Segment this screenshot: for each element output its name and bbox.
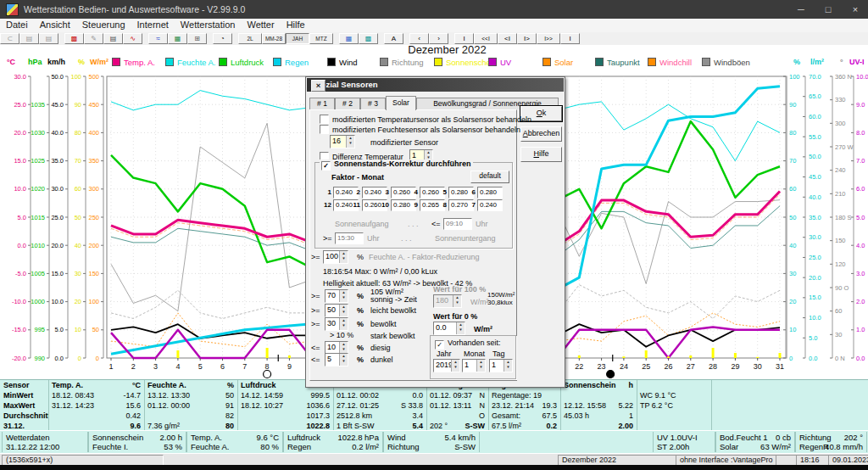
wert100-stepper[interactable]: 180▲▼ xyxy=(433,294,462,308)
table-cell: 18.12. 08:43-14.7 xyxy=(48,390,145,400)
tab--1[interactable]: # 1 xyxy=(309,98,335,109)
svg-text:210: 210 xyxy=(835,190,846,198)
table-cell: 01.12. 00:020.0 xyxy=(333,390,427,400)
menu-item-wetter[interactable]: Wetter xyxy=(241,19,280,32)
tag-stepper[interactable]: 1▲▼ xyxy=(489,359,513,372)
svg-text:23: 23 xyxy=(598,362,606,371)
menu-item-hilfe[interactable]: Hilfe xyxy=(281,19,311,32)
svg-text:-15.0: -15.0 xyxy=(12,326,26,333)
hilfe-button[interactable]: Hilfe xyxy=(520,147,562,162)
stepper-arrows-icon[interactable]: ▲▼ xyxy=(476,360,485,372)
status-segment: Richtung202 °RegenR40.8 mm/h xyxy=(795,432,867,452)
svg-text:100: 100 xyxy=(789,73,800,81)
monat-stepper[interactable]: 1▲▼ xyxy=(462,359,486,372)
svg-text:0: 0 xyxy=(96,355,99,362)
menu-item-wetterstation[interactable]: Wetterstation xyxy=(175,19,242,32)
cell-value: 5.22 xyxy=(618,401,633,410)
le-label: <= xyxy=(431,220,441,228)
temp-as-solar-checkbox[interactable] xyxy=(320,115,329,124)
checkbox-row-temp-as-solar: modifizierten Temperatursensor als Solar… xyxy=(320,115,531,124)
hum-as-solar-checkbox[interactable] xyxy=(320,125,329,134)
stepper-arrows-icon[interactable]: ▲▼ xyxy=(339,290,348,302)
factor-month-field[interactable]: 0.280 xyxy=(477,187,503,199)
svg-text:10.0: 10.0 xyxy=(856,73,868,81)
svg-text:22: 22 xyxy=(575,362,583,371)
maximize-button[interactable]: □ xyxy=(815,0,841,19)
save-button[interactable]: ▤ xyxy=(19,33,39,44)
minimize-button[interactable]: ─ xyxy=(788,0,814,19)
exit-button[interactable]: ⊂ xyxy=(0,33,19,44)
sunrise-time-field[interactable]: 09:10 xyxy=(443,218,472,230)
stepper-arrows-icon[interactable]: ▲▼ xyxy=(339,305,348,316)
dialog-title-bar[interactable]: Spezial Sensoren × xyxy=(307,78,564,92)
default-button[interactable]: default xyxy=(470,171,509,183)
wm2-label-1: W/m² xyxy=(470,298,489,306)
stepper-arrows-icon[interactable]: ▲▼ xyxy=(504,360,512,372)
threshold-desc-2: sonnig -> Zeit xyxy=(370,295,417,304)
factor-month-number: 12 xyxy=(321,201,331,209)
cell-text: 18.12. 08:43 xyxy=(52,391,94,400)
hum-reduction-stepper[interactable]: 100▲▼ xyxy=(323,250,348,264)
dialog-close-icon[interactable]: × xyxy=(311,80,326,92)
title-bar: Wetterstation Bedien- und Auswertesoftwa… xyxy=(0,0,868,19)
sunset-time-field[interactable]: 15:30 xyxy=(335,232,364,244)
close-button[interactable]: × xyxy=(843,0,868,19)
stepper-arrows-icon[interactable]: ▲▼ xyxy=(451,360,459,372)
threshold-stepper[interactable]: 70▲▼ xyxy=(325,289,348,303)
edit-button[interactable]: ✎ xyxy=(84,33,103,44)
tab--2[interactable]: # 2 xyxy=(335,98,360,109)
svg-text:0.0: 0.0 xyxy=(55,355,64,362)
svg-text:25.0: 25.0 xyxy=(809,254,821,261)
tab-solar[interactable]: Solar xyxy=(386,96,416,110)
factor-month-field[interactable]: 0.240 xyxy=(477,199,503,211)
status-segment: Sonnenschein2.00 hFeuchte I.53 % xyxy=(88,432,186,452)
menu-item-steuerung[interactable]: Steuerung xyxy=(76,19,131,32)
vorhanden-checkbox[interactable]: ✓ xyxy=(435,340,444,350)
cell-value: S-SW xyxy=(465,422,486,430)
menu-item-datei[interactable]: Datei xyxy=(0,19,34,32)
factor-month-number: 8 xyxy=(437,201,447,209)
stepper-arrows-icon[interactable]: ▲▼ xyxy=(456,322,465,334)
tab--3[interactable]: # 3 xyxy=(360,98,386,109)
svg-text:15.0: 15.0 xyxy=(14,157,26,165)
status-line: ST 2.00h xyxy=(657,442,711,452)
menu-item-ansicht[interactable]: Ansicht xyxy=(34,19,76,32)
cell-value: 3.4 xyxy=(412,411,423,420)
jahr-stepper[interactable]: 2019▲▼ xyxy=(433,359,460,372)
stepper-arrows-icon[interactable]: ▲▼ xyxy=(339,342,348,354)
svg-text:250: 250 xyxy=(88,214,99,221)
threshold-stepper[interactable]: 30▲▼ xyxy=(325,317,348,331)
wert0-stepper[interactable]: 0.0▲▼ xyxy=(433,322,465,335)
save-as-button[interactable]: ▤ xyxy=(39,33,58,44)
svg-text:40.0: 40.0 xyxy=(809,193,821,201)
threshold-stepper[interactable]: 50▲▼ xyxy=(325,304,348,317)
svg-text:70: 70 xyxy=(789,157,796,165)
menu-item-internet[interactable]: Internet xyxy=(131,19,175,32)
stepper-arrows-icon[interactable]: ▲▼ xyxy=(339,354,348,366)
status-value: 63 W/m² xyxy=(760,442,791,451)
svg-text:-20.0: -20.0 xyxy=(12,355,26,362)
stepper-arrows-icon[interactable]: ▲▼ xyxy=(339,251,348,263)
monat-label: Monat xyxy=(464,350,485,358)
cell-value: h xyxy=(629,381,634,389)
threshold-stepper[interactable]: 5▲▼ xyxy=(325,353,348,366)
ge-label-1: >= xyxy=(323,234,332,243)
cell-text: Regentage: 19 xyxy=(492,391,542,400)
mod-sensor-stepper[interactable]: 16▲▼ xyxy=(330,135,355,148)
sun-correction-checkbox[interactable]: ✓ xyxy=(321,161,331,171)
abbrechen-button[interactable]: Abbrechen xyxy=(520,126,562,142)
stepper-arrows-icon[interactable]: ▲▼ xyxy=(453,295,461,307)
table-cell: 82 xyxy=(144,411,238,421)
status-segment: Luftdruck1022.8 hPaRegen0.2 l/m² xyxy=(283,432,383,452)
svg-text:40: 40 xyxy=(75,242,81,249)
cell-text: 1 Bft S-SW xyxy=(337,422,375,430)
svg-text:2: 2 xyxy=(131,362,136,371)
stepper-arrows-icon[interactable]: ▲▼ xyxy=(346,136,354,148)
table-cell: 31.12. 14:2315.6 xyxy=(48,400,145,411)
chart-red-button[interactable]: ▩ xyxy=(64,33,84,44)
stepper-arrows-icon[interactable]: ▲▼ xyxy=(339,318,348,330)
table-cell: 1017.3 xyxy=(237,411,334,421)
svg-text:1: 1 xyxy=(108,362,113,371)
cell-value: 15.6 xyxy=(125,401,141,410)
cell-text: 23.12. 21:14 xyxy=(492,401,534,410)
